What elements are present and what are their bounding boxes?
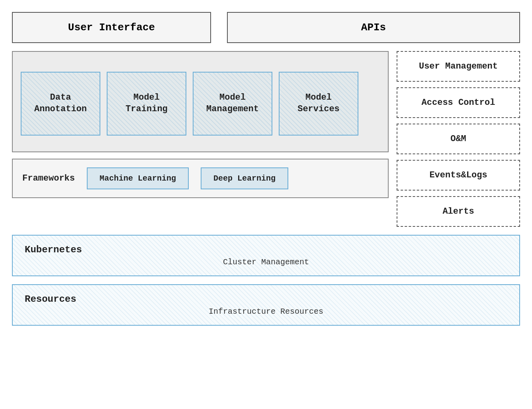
user-interface-box: User Interface [12,12,211,43]
deep-learning-tile: Deep Learning [201,167,288,189]
kubernetes-subtitle: Cluster Management [25,258,507,267]
left-column: DataAnnotation ModelTraining ModelManage… [12,51,389,198]
user-interface-label: User Interface [68,22,155,33]
data-annotation-tile: DataAnnotation [21,72,100,136]
resources-title: Resources [25,294,507,305]
core-services-box: DataAnnotation ModelTraining ModelManage… [12,51,389,152]
frameworks-box: Frameworks Machine Learning Deep Learnin… [12,159,389,198]
om-label: O&M [450,134,466,144]
kubernetes-row: Kubernetes Cluster Management [12,235,520,276]
access-control-label: Access Control [422,98,495,108]
model-training-label: ModelTraining [125,92,168,115]
user-management-label: User Management [419,61,498,71]
sidebar-events-logs: Events&Logs [397,160,520,191]
sidebar-access-control: Access Control [397,87,520,118]
kubernetes-title: Kubernetes [25,244,507,255]
sidebar-user-management: User Management [397,51,520,82]
model-management-tile: ModelManagement [193,72,272,136]
deep-learning-label: Deep Learning [213,174,276,183]
page-container: User Interface APIs DataAnnotation Model… [12,12,520,326]
apis-box: APIs [227,12,520,43]
top-row: User Interface APIs [12,12,520,43]
main-row: DataAnnotation ModelTraining ModelManage… [12,51,520,227]
sidebar-om: O&M [397,124,520,154]
apis-label: APIs [361,22,386,33]
model-management-label: ModelManagement [206,92,259,115]
model-services-label: ModelServices [297,92,340,115]
model-training-tile: ModelTraining [107,72,186,136]
events-logs-label: Events&Logs [429,170,487,180]
machine-learning-label: Machine Learning [100,174,176,183]
frameworks-label: Frameworks [22,173,75,183]
resources-subtitle: Infrastructure Resources [25,307,507,316]
alerts-label: Alerts [442,206,474,216]
kubernetes-box: Kubernetes Cluster Management [12,235,520,276]
core-services-inner: DataAnnotation ModelTraining ModelManage… [21,72,380,136]
right-sidebar: User Management Access Control O&M Event… [397,51,520,227]
resources-box: Resources Infrastructure Resources [12,284,520,326]
data-annotation-label: DataAnnotation [34,92,87,115]
sidebar-alerts: Alerts [397,196,520,227]
resources-row: Resources Infrastructure Resources [12,284,520,326]
model-services-tile: ModelServices [279,72,358,136]
machine-learning-tile: Machine Learning [87,167,189,189]
